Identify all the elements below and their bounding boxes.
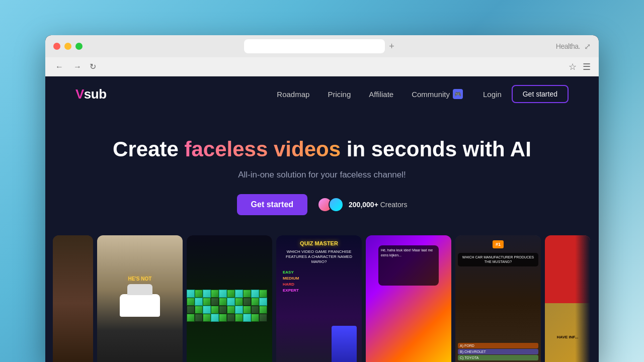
difficulty-easy: EASY <box>281 269 357 275</box>
video-inner-3 <box>187 235 272 362</box>
video-inner-4: QUIZ MASTER WHICH VIDEO GAME FRANCHISE F… <box>276 235 362 362</box>
video-card-5[interactable]: Hé, haha leuk idee! Maar laat me eens ki… <box>366 235 451 362</box>
community-label: Community <box>412 90 450 99</box>
difficulty-hard: HARD <box>281 282 357 287</box>
bookmark-button[interactable]: ☆ <box>569 61 577 72</box>
close-button[interactable] <box>53 43 60 50</box>
car-question: WHICH CAR MANUFACTURER PRODUCES THE MUST… <box>458 253 538 266</box>
hero-title-prefix: Create <box>113 137 184 161</box>
video-inner-2: HE'S NOT <box>97 235 183 362</box>
logo: Vsub <box>75 86 107 102</box>
browser-toolbar: ← → ↻ ☆ ☰ <box>45 57 599 76</box>
video-inner-1 <box>53 235 93 362</box>
quiz-character <box>332 326 357 362</box>
login-button[interactable]: Login <box>483 90 502 99</box>
new-tab-button[interactable]: + <box>389 42 394 51</box>
video-inner-7: HAVE INF... <box>545 235 590 362</box>
creator-avatars <box>317 197 344 212</box>
social-proof: 200,000+ Creators <box>317 197 407 212</box>
phone-text: Hé, haha leuk idee! Maar laat me eens ki… <box>381 248 436 258</box>
hero-title-suffix: in seconds with AI <box>341 137 531 161</box>
discord-icon: 🎮 <box>453 89 463 99</box>
creators-suffix: Creators <box>378 201 408 209</box>
hero-cta-button[interactable]: Get started <box>237 194 307 215</box>
nav-community[interactable]: Community 🎮 <box>412 89 463 99</box>
refresh-button[interactable]: ↻ <box>90 62 96 71</box>
forward-button[interactable]: → <box>71 60 84 73</box>
car-top <box>127 284 152 295</box>
video-grid: HE'S NOT <box>45 235 599 362</box>
option-a: A) FORD <box>458 343 538 348</box>
logo-sub: sub <box>84 86 107 102</box>
phone-overlay: Hé, haha leuk idee! Maar laat me eens ki… <box>378 245 439 286</box>
hero-subtitle: All-in-one solution for your faceless ch… <box>55 170 589 180</box>
nav-links: Roadmap Pricing Affiliate Community 🎮 <box>277 89 463 99</box>
video-card-6[interactable]: #1 WHICH CAR MANUFACTURER PRODUCES THE M… <box>455 235 541 362</box>
card-2-background <box>97 235 183 362</box>
hero-title: Create faceless videos in seconds with A… <box>55 137 589 162</box>
creators-count: 200,000+ <box>349 201 378 209</box>
answer-options: A) FORD B) CHEVROLET C) TOYOTA <box>458 342 538 361</box>
video-inner-5: Hé, haha leuk idee! Maar laat me eens ki… <box>366 235 451 362</box>
logo-v: V <box>75 86 84 102</box>
nav-pricing[interactable]: Pricing <box>328 90 351 99</box>
nav-affiliate[interactable]: Affiliate <box>369 90 393 99</box>
avatar-2 <box>329 197 344 212</box>
option-c: C) TOYOTA <box>458 355 538 360</box>
card-2-text: HE'S NOT <box>128 276 152 282</box>
card-3-background <box>187 235 272 362</box>
hero-title-highlight: faceless videos <box>185 137 341 161</box>
traffic-lights <box>53 43 83 50</box>
difficulty-medium: MEDIUM <box>281 276 357 281</box>
healtha-logo: Healtha. <box>556 42 580 50</box>
hero-actions: Get started 200,000+ Creators <box>55 194 589 215</box>
address-bar[interactable] <box>244 39 385 53</box>
card-1-background <box>53 235 93 362</box>
fade-overlay <box>575 235 590 362</box>
video-card-1[interactable] <box>53 235 93 362</box>
difficulty-list: EASY MEDIUM HARD EXPERT <box>281 269 357 294</box>
quiz-question: WHICH VIDEO GAME FRANCHISE FEATURES A CH… <box>281 249 357 265</box>
expand-icon[interactable]: ⤢ <box>584 42 591 51</box>
browser-window: + Healtha. ⤢ ← → ↻ ☆ ☰ Vsub Roadmap Pric… <box>45 35 599 362</box>
back-button[interactable]: ← <box>53 60 65 73</box>
nav-actions: Login Get started <box>483 85 569 103</box>
video-inner-6: #1 WHICH CAR MANUFACTURER PRODUCES THE M… <box>455 235 541 362</box>
difficulty-expert: EXPERT <box>281 288 357 293</box>
video-card-4[interactable]: QUIZ MASTER WHICH VIDEO GAME FRANCHISE F… <box>276 235 362 362</box>
video-card-2[interactable]: HE'S NOT <box>97 235 183 362</box>
option-b: B) CHEVROLET <box>458 349 538 354</box>
address-bar-area: + <box>97 39 542 53</box>
car-question-text: WHICH CAR MANUFACTURER PRODUCES THE MUST… <box>460 255 536 264</box>
website-content: Vsub Roadmap Pricing Affiliate Community… <box>45 76 599 362</box>
nav-roadmap[interactable]: Roadmap <box>277 90 309 99</box>
card-4-background: QUIZ MASTER WHICH VIDEO GAME FRANCHISE F… <box>276 235 362 362</box>
menu-button[interactable]: ☰ <box>583 61 591 72</box>
hero-section: Create faceless videos in seconds with A… <box>45 112 599 235</box>
rank-badge: #1 <box>493 240 504 248</box>
quiz-master-title: QUIZ MASTER <box>300 240 338 247</box>
browser-controls: Healtha. ⤢ <box>556 42 591 51</box>
card-5-background: Hé, haha leuk idee! Maar laat me eens ki… <box>366 235 451 362</box>
get-started-nav-button[interactable]: Get started <box>512 85 569 103</box>
creators-text: 200,000+ Creators <box>349 201 407 209</box>
navbar: Vsub Roadmap Pricing Affiliate Community… <box>45 76 599 112</box>
minecraft-blocks <box>187 290 272 362</box>
car-visual <box>120 294 160 317</box>
video-card-3[interactable] <box>187 235 272 362</box>
maximize-button[interactable] <box>75 43 83 50</box>
video-card-7[interactable]: HAVE INF... <box>545 235 590 362</box>
browser-titlebar: + Healtha. ⤢ <box>45 35 599 57</box>
minimize-button[interactable] <box>64 43 71 50</box>
